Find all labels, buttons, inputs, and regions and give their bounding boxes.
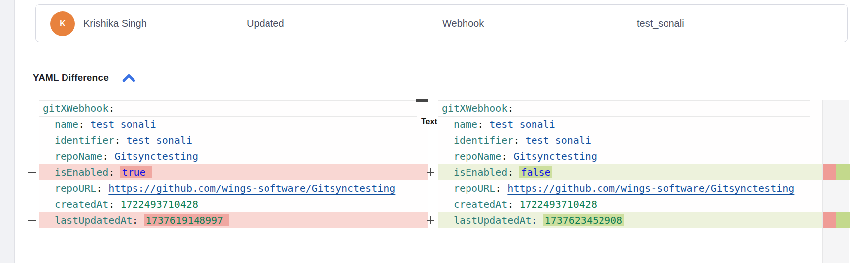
entity-name-label: test_sonali — [637, 18, 684, 29]
added-line-marker-plus — [427, 216, 435, 224]
yaml-key: repoURL — [454, 182, 495, 194]
yaml-key: lastUpdatedAt — [454, 214, 532, 226]
diff-mode-label: Text — [421, 117, 437, 126]
yaml-value: 1722493710428 — [519, 198, 597, 210]
yaml-line-right-2: name:test_sonali — [438, 116, 822, 132]
yaml-colon: : — [495, 182, 501, 194]
yaml-line-left-2: name:test_sonali — [39, 116, 428, 132]
yaml-value: test_sonali — [90, 118, 156, 130]
yaml-value: Gitsynctesting — [114, 150, 198, 162]
ruler-mark-removed — [823, 164, 836, 180]
yaml-key: gitXWebhook — [43, 102, 108, 114]
ruler-mark-added — [836, 212, 850, 228]
yaml-colon: : — [507, 198, 513, 210]
yaml-key: createdAt — [55, 198, 108, 210]
action-label: Updated — [247, 18, 284, 29]
right-scrollbar-border — [810, 100, 810, 263]
activity-row-card[interactable]: K Krishika Singh Updated Webhook test_so… — [35, 4, 848, 42]
yaml-key: name — [454, 118, 477, 130]
yaml-key: repoName — [55, 150, 102, 162]
user-name: Krishika Singh — [83, 18, 147, 29]
yaml-key: isEnabled — [55, 166, 108, 178]
yaml-line-left-8: lastUpdatedAt:1737619148997 — [39, 212, 428, 228]
yaml-value: test_sonali — [489, 118, 555, 130]
yaml-value: 1737619148997 — [144, 214, 230, 226]
yaml-line-left-3: identifier:test_sonali — [39, 132, 428, 148]
yaml-value: test_sonali — [525, 134, 591, 146]
yaml-colon: : — [532, 214, 537, 226]
yaml-line-right-5: isEnabled:false — [438, 164, 822, 180]
yaml-line-left-5: isEnabled:true — [39, 164, 428, 180]
yaml-colon: : — [78, 118, 84, 130]
yaml-key: gitXWebhook — [442, 102, 507, 114]
yaml-key: identifier — [55, 134, 114, 146]
splitter-handle[interactable] — [416, 99, 428, 102]
repo-url-link[interactable]: https://github.com/wings-software/Gitsyn… — [108, 182, 395, 194]
added-line-marker-plus — [427, 168, 435, 176]
repo-url-link[interactable]: https://github.com/wings-software/Gitsyn… — [507, 182, 794, 194]
diff-left-pane[interactable]: gitXWebhook:name:test_sonaliidentifier:t… — [39, 100, 428, 228]
yaml-colon: : — [102, 150, 108, 162]
yaml-line-right-7: createdAt:1722493710428 — [438, 197, 822, 212]
yaml-colon: : — [501, 150, 507, 162]
indent-guide-left — [42, 116, 42, 228]
removed-line-marker-minus — [28, 220, 36, 221]
overview-ruler[interactable] — [822, 100, 849, 263]
yaml-key: isEnabled — [454, 166, 507, 178]
yaml-colon: : — [108, 198, 114, 210]
entity-type-label: Webhook — [442, 18, 484, 29]
yaml-colon: : — [114, 134, 120, 146]
avatar-initial: K — [60, 19, 66, 28]
yaml-value: Gitsynctesting — [513, 150, 597, 162]
yaml-key: repoName — [454, 150, 501, 162]
yaml-key: lastUpdatedAt — [55, 214, 133, 226]
left-scrollbar-border — [417, 100, 417, 263]
yaml-key: createdAt — [454, 198, 507, 210]
avatar: K — [50, 11, 75, 36]
yaml-key: identifier — [454, 134, 513, 146]
yaml-key: repoURL — [55, 182, 96, 194]
yaml-key: name — [55, 118, 78, 130]
diff-right-pane[interactable]: gitXWebhook:name:test_sonaliidentifier:t… — [438, 100, 822, 228]
yaml-difference-title: YAML Difference — [33, 72, 109, 83]
ruler-mark-removed — [823, 212, 836, 228]
yaml-value: true — [120, 166, 151, 178]
yaml-line-left-1: gitXWebhook: — [39, 100, 428, 116]
yaml-line-right-3: identifier:test_sonali — [438, 132, 822, 148]
yaml-line-left-4: repoName:Gitsynctesting — [39, 148, 428, 164]
yaml-value: 1737623452908 — [543, 214, 624, 226]
yaml-line-right-1: gitXWebhook: — [438, 100, 822, 116]
yaml-line-right-8: lastUpdatedAt:1737623452908 — [438, 212, 822, 228]
yaml-line-left-6: repoURL:https://github.com/wings-softwar… — [39, 180, 428, 196]
yaml-colon: : — [507, 166, 513, 178]
removed-line-marker-minus — [28, 172, 36, 173]
yaml-line-right-6: repoURL:https://github.com/wings-softwar… — [438, 180, 822, 196]
yaml-value: test_sonali — [126, 134, 192, 146]
yaml-colon: : — [477, 118, 483, 130]
indent-guide-right — [441, 116, 441, 228]
yaml-colon: : — [108, 166, 114, 178]
yaml-value: false — [519, 166, 552, 178]
chevron-up-icon[interactable] — [122, 73, 135, 82]
yaml-line-right-4: repoName:Gitsynctesting — [438, 148, 822, 164]
left-rail — [0, 0, 15, 263]
yaml-colon: : — [133, 214, 138, 226]
yaml-colon: : — [108, 102, 114, 114]
yaml-colon: : — [513, 134, 519, 146]
yaml-colon: : — [507, 102, 513, 114]
ruler-mark-added — [836, 164, 850, 180]
screen: K Krishika Singh Updated Webhook test_so… — [0, 0, 868, 263]
yaml-value: 1722493710428 — [120, 198, 198, 210]
yaml-colon: : — [96, 182, 102, 194]
yaml-line-left-7: createdAt:1722493710428 — [39, 197, 428, 212]
